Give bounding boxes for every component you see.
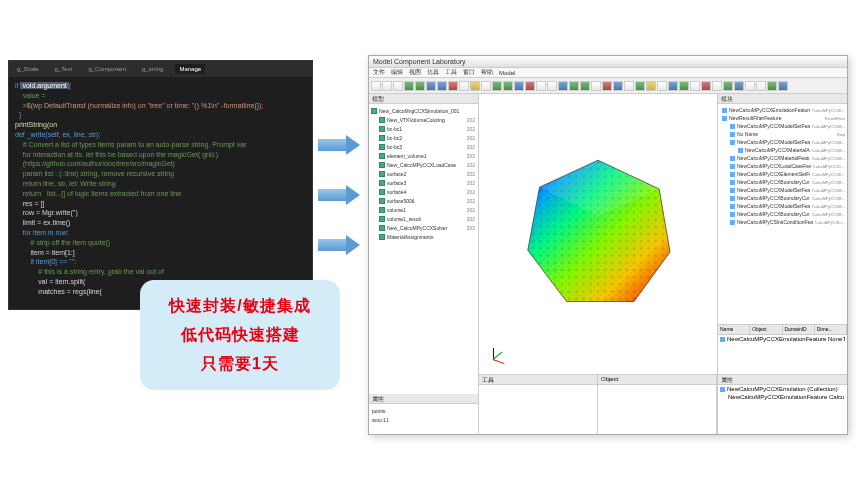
tree-item[interactable]: NewCalcuMPyCCXBoundaryConditionFeatureCa… (720, 210, 845, 218)
tree-item[interactable]: NewCalcuMPyCCXModelSetFeatureCalcuMPyCCX… (720, 138, 845, 146)
toolbar-icon[interactable] (514, 81, 524, 91)
module-tree[interactable]: NewCalcuMPyCCXEmulationFeatureCalcuMPyCC… (718, 104, 847, 324)
tree-item[interactable]: New_VTKVolumeColoring202 (371, 115, 476, 124)
tab-manage[interactable]: Manage (175, 64, 205, 74)
tree-item[interactable]: NewCalcuMPyCCXModelSetFeatureCalcuMPyCCX… (720, 122, 845, 130)
toolbar-icon[interactable] (448, 81, 458, 91)
props-tree[interactable]: points: auto:11 (369, 404, 478, 434)
tab-text[interactable]: g_Text (51, 64, 77, 74)
prop-row[interactable]: NewCalcuMPyCCXEmulationFeature CalcuLoad… (718, 393, 847, 401)
tree-item[interactable]: NewCalcuMPyCCXElementSetFeatureCalcuMPyC… (720, 170, 845, 178)
menu-item[interactable]: 仿真 (427, 68, 439, 77)
toolbar-icon[interactable] (767, 81, 777, 91)
tree-item[interactable]: NewCalcuMPyCCXMaterialAssignmentFeatureC… (720, 146, 845, 154)
toolbar-icon[interactable] (701, 81, 711, 91)
tree-item[interactable]: surface3202 (371, 178, 476, 187)
col-domain[interactable]: DomainID (783, 325, 815, 334)
tree-item[interactable]: New_CalcuMPyCCXSolver202 (371, 223, 476, 232)
toolbar-icon[interactable] (613, 81, 623, 91)
tree-item[interactable]: NewCalcuMPyCCXLoadCaseFeatureCalcuMPyCCX… (720, 162, 845, 170)
toolbar-icon[interactable] (536, 81, 546, 91)
tree-item[interactable]: bc-bc3202 (371, 142, 476, 151)
toolbar-icon[interactable] (393, 81, 403, 91)
tree-item[interactable]: NewCalcuMPyCCXBoundaryConditionFeatureCa… (720, 178, 845, 186)
toolbar-icon[interactable] (624, 81, 634, 91)
tree-item[interactable]: NewCalcuMPyCCXModelSetFeatureCalcuMPyCCX… (720, 186, 845, 194)
toolbar-icon[interactable] (569, 81, 579, 91)
menu-item[interactable]: 工具 (445, 68, 457, 77)
arrow-icon (318, 235, 360, 255)
tree-item[interactable]: volume1202 (371, 205, 476, 214)
toolbar-icon[interactable] (558, 81, 568, 91)
toolbar-icon[interactable] (679, 81, 689, 91)
col-name[interactable]: Name (718, 325, 750, 334)
toolbar-icon[interactable] (690, 81, 700, 91)
tree-item[interactable]: NewCalcuMPyCCXModelSetFeatureCalcuMPyCCX… (720, 202, 845, 210)
toolbar-icon[interactable] (426, 81, 436, 91)
toolbar-icon[interactable] (547, 81, 557, 91)
menu-item[interactable]: 文件 (373, 68, 385, 77)
toolbar-icon[interactable] (756, 81, 766, 91)
callout-line1: 快速封装/敏捷集成 (169, 296, 310, 317)
tree-item[interactable]: NewCalcuMPyCCXMaterialFeatureCalcuMPyCCX… (720, 154, 845, 162)
tree-item[interactable]: surface2202 (371, 169, 476, 178)
toolbar-icon[interactable] (470, 81, 480, 91)
viewport-3d[interactable] (479, 94, 717, 374)
list-item[interactable]: points: (371, 406, 476, 415)
tree-item[interactable]: NewResultFilterFeatureResultFilter (720, 114, 845, 122)
tab-string[interactable]: g_string (138, 64, 167, 74)
tree-item[interactable]: NewCalcuMPyCSInitConditionFeatureCalcuMP… (720, 218, 845, 226)
tree-item[interactable]: bc-bc1202 (371, 124, 476, 133)
toolbar-icon[interactable] (525, 81, 535, 91)
tree-item[interactable]: volume1_result202 (371, 214, 476, 223)
toolbar-icon[interactable] (723, 81, 733, 91)
toolbar-icon[interactable] (635, 81, 645, 91)
toolbar-icon[interactable] (492, 81, 502, 91)
tree-item[interactable]: New_CalcuMPyCCXLoadCase202 (371, 160, 476, 169)
tab-scale[interactable]: g_Scale (13, 64, 43, 74)
toolbar-icon[interactable] (778, 81, 788, 91)
toolbar-icon[interactable] (404, 81, 414, 91)
toolbar-icon[interactable] (437, 81, 447, 91)
tree-item[interactable]: No NameStep (720, 130, 845, 138)
tree-item[interactable]: element_volume1202 (371, 151, 476, 160)
toolbar-icon[interactable] (382, 81, 392, 91)
toolbar-icon[interactable] (503, 81, 513, 91)
menu-item[interactable]: Model (499, 70, 515, 76)
tab-comp[interactable]: g_Component (84, 64, 130, 74)
toolbar-icon[interactable] (602, 81, 612, 91)
toolbar-icon[interactable] (591, 81, 601, 91)
code-line: if void.argument{ (15, 81, 306, 91)
toolbar-icon[interactable] (668, 81, 678, 91)
menu-item[interactable]: 视图 (409, 68, 421, 77)
list-item[interactable]: auto:11 (371, 415, 476, 424)
tree-item[interactable]: surface5006202 (371, 196, 476, 205)
grid-row[interactable]: NewCalcuMPyCCXEmulationFeature NoneType … (718, 335, 847, 343)
col-dim[interactable]: Dime... (815, 325, 847, 334)
menu-item[interactable]: 帮助 (481, 68, 493, 77)
tree-item[interactable]: NewCalcuMPyCCXBoundaryConditionFeatureCa… (720, 194, 845, 202)
toolbar-icon[interactable] (459, 81, 469, 91)
code-line: item = item[1:] (15, 248, 306, 258)
toolbar-icon[interactable] (580, 81, 590, 91)
col-obj[interactable]: Object (750, 325, 782, 334)
tree-item[interactable]: MaterialAssignments (371, 232, 476, 241)
menu-item[interactable]: 窗口 (463, 68, 475, 77)
tree-item[interactable]: New_CalcuMngCCXSimulation_001 (371, 106, 476, 115)
prop-row[interactable]: NewCalcuMPyCCXEmulation (Collection) (718, 385, 847, 393)
code-body[interactable]: if void.argument{ value = >$(wp DefaultT… (9, 77, 312, 301)
tree-item[interactable]: bc-bc2202 (371, 133, 476, 142)
toolbar-icon[interactable] (646, 81, 656, 91)
toolbar-icon[interactable] (371, 81, 381, 91)
node-icon (720, 387, 725, 392)
model-tree[interactable]: New_CalcuMngCCXSimulation_001New_VTKVolu… (369, 104, 478, 394)
tree-item[interactable]: surface4202 (371, 187, 476, 196)
toolbar-icon[interactable] (712, 81, 722, 91)
toolbar-icon[interactable] (657, 81, 667, 91)
tree-item[interactable]: NewCalcuMPyCCXEmulationFeatureCalcuMPyCC… (720, 106, 845, 114)
menu-item[interactable]: 编辑 (391, 68, 403, 77)
toolbar-icon[interactable] (481, 81, 491, 91)
toolbar-icon[interactable] (745, 81, 755, 91)
toolbar-icon[interactable] (415, 81, 425, 91)
toolbar-icon[interactable] (734, 81, 744, 91)
